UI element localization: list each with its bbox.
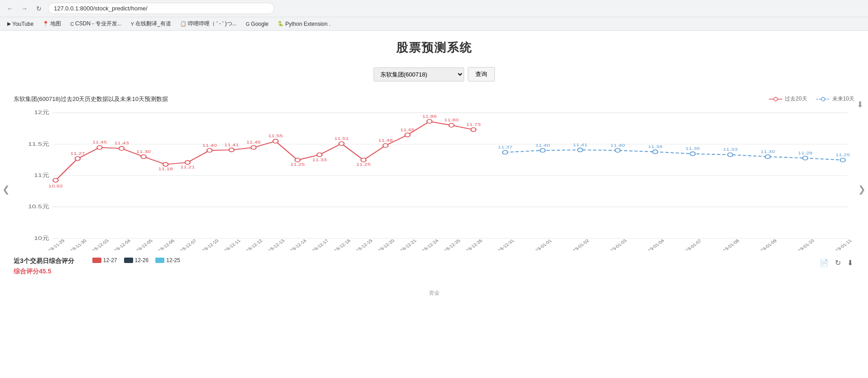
svg-text:2018-12-10: 2018-12-10 xyxy=(197,239,220,250)
legend-future-line-icon xyxy=(816,96,830,102)
legend-past-line-icon xyxy=(769,96,782,102)
svg-text:2019-01-07: 2019-01-07 xyxy=(680,239,703,250)
svg-text:10.5元: 10.5元 xyxy=(28,203,49,210)
bilibili-icon: 📋 xyxy=(180,21,187,27)
stock-select[interactable]: 东软集团(600718) xyxy=(374,67,464,81)
fore-label-9: 11.25 xyxy=(835,153,850,157)
forward-button[interactable]: → xyxy=(19,3,30,14)
fore-label-7: 11.30 xyxy=(761,149,775,153)
fore-dot-6 xyxy=(728,153,733,157)
bookmark-youdao[interactable]: Y 在线翻译_有道 xyxy=(128,19,174,29)
search-bar: 东软集团(600718) 查询 xyxy=(9,67,859,81)
download-action-icon[interactable]: ⬇ xyxy=(846,257,854,268)
svg-text:10元: 10元 xyxy=(34,235,49,241)
stock-chart: 12元 11.5元 11元 10.5元 10元 10.92 xyxy=(14,105,854,250)
color-box-1226 xyxy=(124,258,133,263)
nav-arrow-left[interactable]: ❮ xyxy=(2,184,10,195)
bookmark-youtube[interactable]: ▶ YouTube xyxy=(5,20,36,28)
hist-dot-11 xyxy=(295,158,300,162)
hist-dot-6 xyxy=(185,161,190,165)
svg-text:2018-12-20: 2018-12-20 xyxy=(373,239,395,250)
bookmark-google[interactable]: G Google xyxy=(243,20,271,28)
hist-label-0: 10.92 xyxy=(48,184,63,188)
svg-text:2018-12-07: 2018-12-07 xyxy=(175,239,197,250)
svg-text:2019-01-02: 2019-01-02 xyxy=(567,239,590,250)
svg-text:2018-12-06: 2018-12-06 xyxy=(153,239,176,250)
hist-label-4: 11.30 xyxy=(136,149,151,153)
bottom-section: 近3个交易日综合评分 综合评分45.5 12-27 12-26 12-25 xyxy=(14,257,854,276)
hist-label-17: 11.86 xyxy=(422,114,436,118)
google-icon: G xyxy=(246,21,250,27)
hist-label-5: 11.18 xyxy=(158,166,173,171)
chart-section: 东软集团(600718)过去20天历史数据以及未来10天预测数据 过去20天 未… xyxy=(14,95,854,276)
svg-text:2018-12-25: 2018-12-25 xyxy=(439,239,461,250)
rating-section: 近3个交易日综合评分 综合评分45.5 xyxy=(14,257,74,276)
fore-dot-2 xyxy=(578,148,583,152)
legend-future: 未来10天 xyxy=(816,95,854,103)
browser-chrome: ← → ↻ 127.0.0.1:8000/stock_predict/home/… xyxy=(0,0,868,31)
hist-dot-17 xyxy=(427,120,432,124)
rating-score: 综合评分45.5 xyxy=(14,268,74,276)
nav-arrow-right[interactable]: ❯ xyxy=(858,184,866,195)
svg-text:2018-12-11: 2018-12-11 xyxy=(219,239,242,250)
svg-text:2018-12-03: 2018-12-03 xyxy=(87,239,110,250)
hist-dot-12 xyxy=(317,153,322,157)
svg-text:2019-01-08: 2019-01-08 xyxy=(718,239,740,250)
hist-label-19: 11.73 xyxy=(466,122,481,126)
hist-dot-9 xyxy=(251,146,256,150)
page-download-icon[interactable]: ⬇ xyxy=(857,100,863,110)
svg-text:11元: 11元 xyxy=(34,172,49,178)
svg-text:12元: 12元 xyxy=(34,109,49,115)
footer-label: 资金 xyxy=(9,289,859,297)
svg-text:2018-12-31: 2018-12-31 xyxy=(493,239,515,250)
bookmark-python[interactable]: 🐍 Python Extension . xyxy=(275,20,333,28)
hist-dot-18 xyxy=(449,123,454,127)
address-bar[interactable]: 127.0.0.1:8000/stock_predict/home/ xyxy=(48,3,274,14)
bookmark-youtube-label: YouTube xyxy=(12,21,34,27)
fore-dot-7 xyxy=(765,155,770,159)
page-content: 股票预测系统 东软集团(600718) 查询 东软集团(600718)过去20天… xyxy=(0,31,868,348)
hist-label-15: 11.48 xyxy=(378,138,393,143)
map-icon: 📍 xyxy=(43,21,49,27)
hist-dot-14 xyxy=(361,158,366,162)
svg-text:2018-12-18: 2018-12-18 xyxy=(329,239,351,250)
document-action-icon[interactable]: 📄 xyxy=(818,257,830,268)
hist-label-6: 11.21 xyxy=(180,164,195,169)
bookmark-csdn-label: CSDN - 专业开发... xyxy=(75,20,122,28)
hist-dot-8 xyxy=(229,148,234,152)
bookmark-map[interactable]: 📍 地图 xyxy=(40,19,64,29)
hist-dot-2 xyxy=(97,146,102,150)
refresh-button[interactable]: ↻ xyxy=(34,3,44,14)
bookmark-csdn[interactable]: C CSDN - 专业开发... xyxy=(67,19,125,29)
hist-label-13: 11.51 xyxy=(334,136,349,140)
hist-dot-4 xyxy=(141,155,146,159)
hist-label-11: 11.25 xyxy=(290,162,305,167)
bookmarks-bar: ▶ YouTube 📍 地图 C CSDN - 专业开发... Y 在线翻译_有… xyxy=(0,17,868,30)
rating-label-1225: 12-25 xyxy=(166,257,180,263)
svg-text:2019-01-03: 2019-01-03 xyxy=(605,239,628,250)
fore-label-0: 11.37 xyxy=(498,144,513,149)
fore-label-1: 11.40 xyxy=(535,143,550,147)
rating-label-1226: 12-26 xyxy=(135,257,149,263)
hist-label-3: 11.43 xyxy=(114,141,129,145)
svg-text:2018-12-19: 2018-12-19 xyxy=(351,239,374,250)
svg-point-1 xyxy=(774,97,777,101)
legend-past-label: 过去20天 xyxy=(785,95,807,103)
svg-text:2018-12-13: 2018-12-13 xyxy=(263,239,286,250)
fore-label-2: 11.41 xyxy=(573,142,587,147)
bookmark-bilibili[interactable]: 📋 哔哩哔哩（ ' - ' )つ... xyxy=(177,19,240,29)
query-button[interactable]: 查询 xyxy=(468,67,495,81)
back-button[interactable]: ← xyxy=(5,3,15,14)
hist-label-12: 11.33 xyxy=(312,157,327,162)
csdn-icon: C xyxy=(70,21,74,27)
fore-dot-9 xyxy=(840,158,845,162)
svg-text:2018-12-14: 2018-12-14 xyxy=(285,239,307,250)
forecast-line xyxy=(505,150,843,160)
svg-text:2018-12-24: 2018-12-24 xyxy=(417,239,440,250)
bookmark-map-label: 地图 xyxy=(50,20,61,28)
hist-label-18: 11.80 xyxy=(444,118,459,122)
refresh-action-icon[interactable]: ↻ xyxy=(834,257,842,268)
youdao-icon: Y xyxy=(131,21,134,27)
svg-text:2018-12-17: 2018-12-17 xyxy=(307,239,330,250)
hist-dot-1 xyxy=(75,157,80,161)
